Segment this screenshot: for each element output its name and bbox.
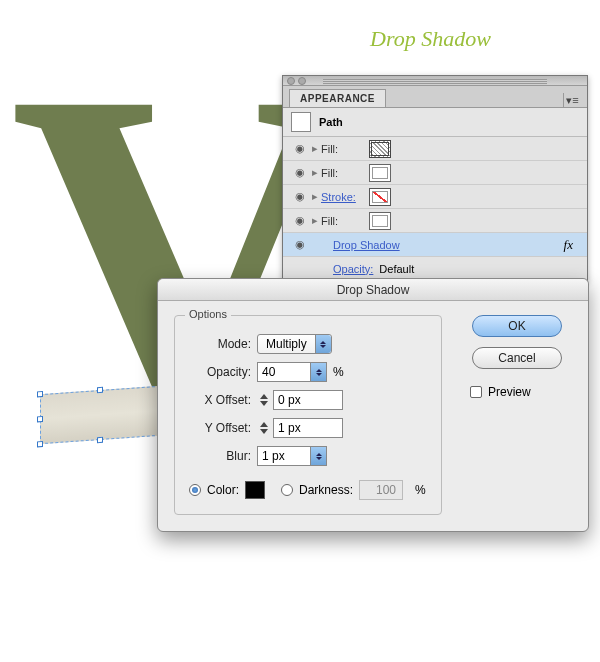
panel-grip[interactable] [323, 79, 547, 85]
selection-handle[interactable] [97, 437, 103, 443]
visibility-eye-icon[interactable]: ◉ [291, 214, 309, 227]
fill-swatch[interactable] [369, 164, 391, 182]
close-icon[interactable] [287, 77, 295, 85]
darkness-input: 100 [359, 480, 403, 500]
panel-tabbar: APPEARANCE ▾≡ [283, 86, 587, 108]
opacity-unit: % [333, 365, 344, 379]
page-title: Drop Shadow [370, 26, 491, 52]
darkness-radio[interactable] [281, 484, 293, 496]
opacity-value: Default [379, 263, 414, 275]
color-label: Color: [207, 483, 239, 497]
disclosure-icon[interactable]: ▸ [309, 190, 321, 203]
attr-label: Fill: [321, 143, 369, 155]
stepper-icon[interactable] [257, 418, 271, 438]
visibility-eye-icon[interactable]: ◉ [291, 190, 309, 203]
appearance-stroke-row[interactable]: ◉ ▸ Stroke: [283, 185, 587, 209]
yoffset-row: Y Offset: 1 px [189, 418, 427, 438]
opacity-label: Opacity: [189, 365, 251, 379]
color-darkness-row: Color: Darkness: 100 % [189, 480, 427, 500]
object-thumbnail [291, 112, 311, 132]
appearance-header-row[interactable]: Path [283, 108, 587, 137]
appearance-panel-body: Path ◉ ▸ Fill: ◉ ▸ Fill: ◉ ▸ Stroke: ◉ ▸… [283, 108, 587, 281]
appearance-fill-row[interactable]: ◉ ▸ Fill: [283, 161, 587, 185]
fill-swatch[interactable] [369, 140, 391, 158]
disclosure-icon[interactable]: ▸ [309, 166, 321, 179]
visibility-eye-icon[interactable]: ◉ [291, 238, 309, 251]
chevron-up-down-icon [315, 335, 331, 353]
opacity-stepper[interactable] [311, 362, 327, 382]
xoffset-input[interactable]: 0 px [273, 390, 343, 410]
effect-label-link[interactable]: Drop Shadow [333, 239, 564, 251]
attr-label: Fill: [321, 215, 369, 227]
shadow-color-swatch[interactable] [245, 481, 265, 499]
blur-input[interactable]: 1 px [257, 446, 311, 466]
disclosure-icon[interactable]: ▸ [309, 142, 321, 155]
mode-value: Multiply [258, 337, 315, 351]
selection-handle[interactable] [97, 387, 103, 393]
darkness-label: Darkness: [299, 483, 353, 497]
xoffset-label: X Offset: [189, 393, 251, 407]
stepper-icon[interactable] [257, 390, 271, 410]
selected-ribbon-object[interactable] [40, 386, 160, 444]
mode-label: Mode: [189, 337, 251, 351]
preview-checkbox[interactable] [470, 386, 482, 398]
selection-handle[interactable] [37, 441, 43, 447]
preview-label: Preview [488, 385, 531, 399]
fill-swatch[interactable] [369, 212, 391, 230]
dialog-titlebar[interactable]: Drop Shadow [158, 279, 588, 301]
fx-icon: fx [564, 237, 573, 253]
minimize-icon[interactable] [298, 77, 306, 85]
object-type-label: Path [319, 116, 343, 128]
stroke-swatch-none[interactable] [369, 188, 391, 206]
selection-handle[interactable] [37, 416, 43, 422]
options-fieldset: Options Mode: Multiply Opacity: 40 % X O… [174, 315, 442, 515]
blur-row: Blur: 1 px [189, 446, 427, 466]
fieldset-legend: Options [185, 308, 231, 320]
selection-handle[interactable] [37, 391, 43, 397]
appearance-fill-row[interactable]: ◉ ▸ Fill: [283, 209, 587, 233]
visibility-eye-icon[interactable]: ◉ [291, 142, 309, 155]
appearance-panel: APPEARANCE ▾≡ Path ◉ ▸ Fill: ◉ ▸ Fill: ◉… [282, 75, 588, 282]
cancel-button[interactable]: Cancel [472, 347, 562, 369]
appearance-effect-row[interactable]: ◉ Drop Shadow fx [283, 233, 587, 257]
yoffset-input[interactable]: 1 px [273, 418, 343, 438]
panel-titlebar[interactable] [283, 76, 587, 86]
preview-row: Preview [470, 385, 531, 399]
opacity-label-link[interactable]: Opacity: [333, 263, 373, 275]
drop-shadow-dialog: Drop Shadow Options Mode: Multiply Opaci… [157, 278, 589, 532]
opacity-input[interactable]: 40 [257, 362, 311, 382]
visibility-eye-icon[interactable]: ◉ [291, 166, 309, 179]
blur-stepper[interactable] [311, 446, 327, 466]
yoffset-label: Y Offset: [189, 421, 251, 435]
xoffset-row: X Offset: 0 px [189, 390, 427, 410]
appearance-fill-row[interactable]: ◉ ▸ Fill: [283, 137, 587, 161]
mode-row: Mode: Multiply [189, 334, 427, 354]
dialog-buttons: OK Cancel Preview [442, 315, 572, 515]
darkness-unit: % [415, 483, 426, 497]
opacity-row: Opacity: 40 % [189, 362, 427, 382]
attr-label: Fill: [321, 167, 369, 179]
disclosure-icon[interactable]: ▸ [309, 214, 321, 227]
blur-label: Blur: [189, 449, 251, 463]
mode-select[interactable]: Multiply [257, 334, 332, 354]
panel-menu-icon[interactable]: ▾≡ [563, 93, 581, 107]
tab-appearance[interactable]: APPEARANCE [289, 89, 386, 107]
color-radio[interactable] [189, 484, 201, 496]
ok-button[interactable]: OK [472, 315, 562, 337]
attr-label-link[interactable]: Stroke: [321, 191, 369, 203]
